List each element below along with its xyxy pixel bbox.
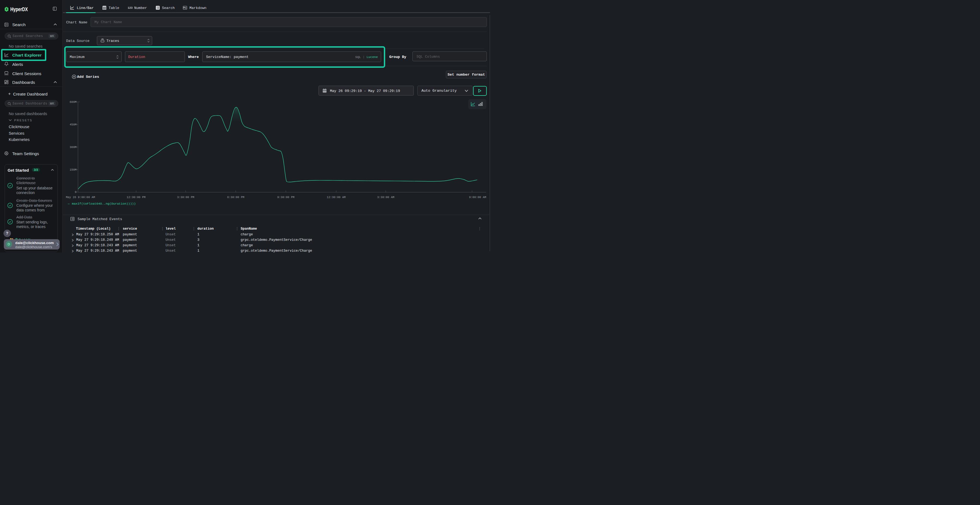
svg-text:12:30:00 AM: 12:30:00 AM [327, 195, 345, 199]
svg-text:0: 0 [75, 191, 76, 194]
svg-text:12:30:00 PM: 12:30:00 PM [127, 195, 145, 199]
svg-text:300M: 300M [70, 146, 76, 149]
svg-text:3:30:00 PM: 3:30:00 PM [177, 195, 194, 199]
svg-text:150M: 150M [70, 168, 76, 172]
svg-text:6:30:00 PM: 6:30:00 PM [227, 195, 244, 199]
svg-text:450M: 450M [70, 123, 76, 126]
svg-text:3:30:00 AM: 3:30:00 AM [377, 195, 394, 199]
svg-text:maxIf(toFloat64O..ng(Duration): maxIf(toFloat64O..ng(Duration))))) [72, 202, 136, 205]
svg-text:600M: 600M [70, 100, 76, 104]
svg-text:May 26 9:00:00 AM: May 26 9:00:00 AM [66, 195, 95, 199]
svg-text:—: — [67, 202, 70, 205]
svg-text:9:00:00 AM: 9:00:00 AM [469, 195, 486, 199]
svg-text:9:30:00 PM: 9:30:00 PM [277, 195, 294, 199]
